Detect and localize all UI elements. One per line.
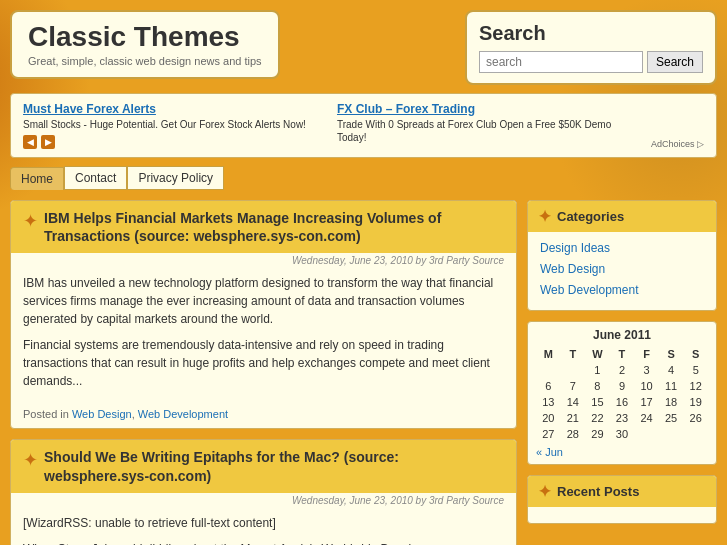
category-design-ideas[interactable]: Design Ideas [540, 240, 704, 257]
ad-choices-label: AdChoices ▷ [651, 139, 704, 149]
post-1-header: ✦ IBM Helps Financial Markets Manage Inc… [11, 201, 516, 253]
nav-home[interactable]: Home [10, 167, 64, 190]
post-1-title: IBM Helps Financial Markets Manage Incre… [44, 209, 504, 245]
cal-header-s2: S [683, 346, 708, 362]
post-2-meta: Wednesday, June 23, 2010 by 3rd Party So… [11, 493, 516, 506]
star-icon-1: ✦ [23, 210, 38, 232]
post-1-footer: Posted in Web Design, Web Development [11, 408, 516, 428]
search-row: Search [479, 51, 703, 73]
ad-next-button[interactable]: ▶ [41, 135, 55, 149]
star-icon-2: ✦ [23, 449, 38, 471]
ad-banner: Must Have Forex Alerts Small Stocks - Hu… [10, 93, 717, 158]
categories-body: Design Ideas Web Design Web Development [528, 232, 716, 310]
cal-row-3: 13141516171819 [536, 394, 708, 410]
site-tagline: Great, simple, classic web design news a… [28, 55, 262, 67]
categories-widget: ✦ Categories Design Ideas Web Design Web… [527, 200, 717, 311]
cal-header-s1: S [659, 346, 684, 362]
content-layout: ✦ IBM Helps Financial Markets Manage Inc… [10, 200, 717, 545]
ad-prev-button[interactable]: ◀ [23, 135, 37, 149]
category-web-development[interactable]: Web Development [540, 282, 704, 299]
nav-privacy[interactable]: Privacy Policy [127, 166, 224, 190]
ad-nav: ◀ ▶ [23, 135, 307, 149]
cal-header-t1: T [561, 346, 586, 362]
site-title-box: Classic Themes Great, simple, classic we… [10, 10, 280, 79]
calendar: June 2011 M T W T F S S [528, 322, 716, 464]
ad-title-1[interactable]: Must Have Forex Alerts [23, 102, 307, 116]
header-area: Classic Themes Great, simple, classic we… [10, 10, 717, 85]
post-2-para1: [WizardRSS: unable to retrieve full-text… [23, 514, 504, 532]
ad-item-2: FX Club – Forex Trading Trade With 0 Spr… [337, 102, 621, 144]
calendar-nav: « Jun [536, 446, 708, 458]
ad-title-2[interactable]: FX Club – Forex Trading [337, 102, 621, 116]
post-2: ✦ Should We Be Writing Epitaphs for the … [10, 439, 517, 545]
post-2-body: [WizardRSS: unable to retrieve full-text… [11, 506, 516, 545]
ad-item-1: Must Have Forex Alerts Small Stocks - Hu… [23, 102, 307, 149]
nav-bar: Home Contact Privacy Policy [10, 166, 717, 190]
search-button[interactable]: Search [647, 51, 703, 73]
cal-header-t2: T [610, 346, 635, 362]
post-1-meta: Wednesday, June 23, 2010 by 3rd Party So… [11, 253, 516, 266]
post-1-body: IBM has unveiled a new technology platfo… [11, 266, 516, 408]
post-1-para2: Financial systems are tremendously data-… [23, 336, 504, 390]
post-1-para1: IBM has unveiled a new technology platfo… [23, 274, 504, 328]
cal-row-5: 27282930 [536, 426, 708, 442]
cal-header-w: W [585, 346, 610, 362]
post-1: ✦ IBM Helps Financial Markets Manage Inc… [10, 200, 517, 429]
categories-star-icon: ✦ [538, 207, 551, 226]
post-1-cat-webdev[interactable]: Web Development [138, 408, 228, 420]
post-2-header: ✦ Should We Be Writing Epitaphs for the … [11, 440, 516, 492]
site-title: Classic Themes [28, 22, 262, 53]
calendar-table: M T W T F S S 12345 [536, 346, 708, 442]
recent-posts-header: ✦ Recent Posts [528, 476, 716, 507]
recent-posts-widget: ✦ Recent Posts [527, 475, 717, 524]
search-input[interactable] [479, 51, 643, 73]
cal-row-1: 12345 [536, 362, 708, 378]
search-widget: Search Search [465, 10, 717, 85]
calendar-widget: June 2011 M T W T F S S [527, 321, 717, 465]
post-1-cat-webdesign[interactable]: Web Design [72, 408, 132, 420]
page-wrapper: Classic Themes Great, simple, classic we… [0, 0, 727, 545]
ad-text-1: Small Stocks - Huge Potential. Get Our F… [23, 118, 307, 131]
recent-posts-body [528, 507, 716, 523]
calendar-title: June 2011 [536, 328, 708, 342]
cal-row-2: 6789101112 [536, 378, 708, 394]
cal-header-m: M [536, 346, 561, 362]
main-content: ✦ IBM Helps Financial Markets Manage Inc… [10, 200, 517, 545]
recent-posts-star-icon: ✦ [538, 482, 551, 501]
category-web-design[interactable]: Web Design [540, 261, 704, 278]
post-2-para2: When Steve Jobs said diddley about the M… [23, 540, 504, 545]
sidebar: ✦ Categories Design Ideas Web Design Web… [527, 200, 717, 545]
cal-header-f: F [634, 346, 659, 362]
nav-contact[interactable]: Contact [64, 166, 127, 190]
search-title: Search [479, 22, 703, 45]
cal-prev-link[interactable]: « Jun [536, 446, 563, 458]
categories-header: ✦ Categories [528, 201, 716, 232]
post-2-title: Should We Be Writing Epitaphs for the Ma… [44, 448, 504, 484]
recent-posts-title: Recent Posts [557, 484, 639, 499]
ad-text-2: Trade With 0 Spreads at Forex Club Open … [337, 118, 621, 144]
cal-row-4: 20212223242526 [536, 410, 708, 426]
categories-title: Categories [557, 209, 624, 224]
